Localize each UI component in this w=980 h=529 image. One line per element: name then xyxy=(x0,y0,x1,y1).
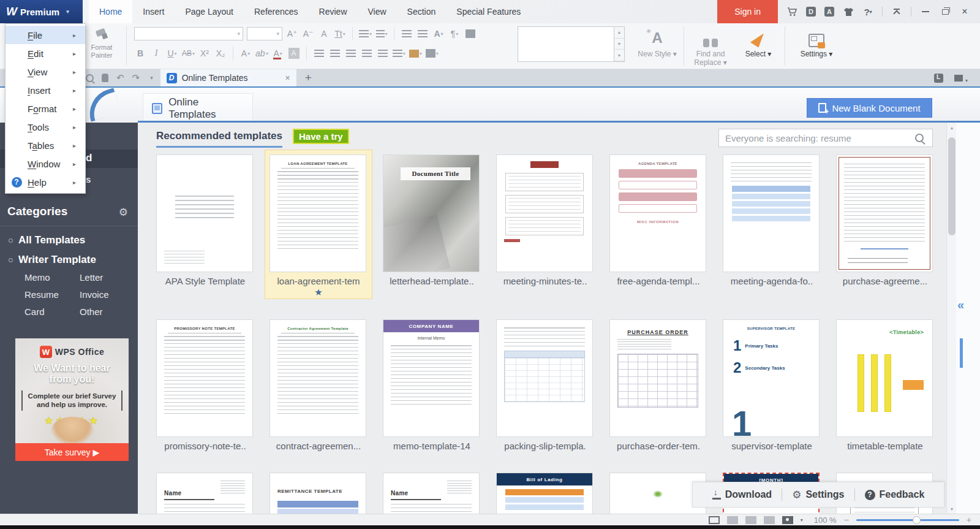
decrease-indent-button[interactable] xyxy=(401,27,413,40)
minimize-icon[interactable] xyxy=(920,6,931,17)
template-card[interactable]: Name xyxy=(151,468,259,514)
switch-window-icon[interactable] xyxy=(954,75,963,82)
tab-view[interactable]: View xyxy=(358,0,397,23)
distribute-button[interactable] xyxy=(377,47,389,60)
clear-format-button[interactable]: A xyxy=(318,27,330,40)
new-style-button[interactable]: A New Style ▾ xyxy=(633,26,681,58)
font-color-button[interactable]: A▾ xyxy=(272,47,284,60)
text-effects-button[interactable]: A▾ xyxy=(239,47,252,60)
format-painter-button[interactable]: Format Painter xyxy=(85,26,119,65)
select-button[interactable]: Select ▾ xyxy=(734,26,782,58)
template-card[interactable]: <Timetable>timetable-template xyxy=(831,314,939,452)
styles-gallery[interactable] xyxy=(518,26,614,62)
new-blank-document-button[interactable]: New Blank Document xyxy=(807,98,932,118)
menu-item-file[interactable]: File▸ xyxy=(6,26,85,44)
scroll-down-icon[interactable]: ▼ xyxy=(947,504,957,514)
link-card[interactable]: Card xyxy=(24,306,80,317)
template-card[interactable]: AGENDA TEMPLATEMISC INFORMATIONfree-agen… xyxy=(605,150,712,287)
tab-insert[interactable]: Insert xyxy=(132,0,175,23)
shopping-cart-icon[interactable] xyxy=(786,6,797,17)
undo-icon[interactable]: ↶ xyxy=(116,72,124,83)
template-card[interactable]: purchase-agreeme... xyxy=(831,150,939,287)
menu-item-format[interactable]: Format▸ xyxy=(6,99,85,118)
template-card[interactable]: Name xyxy=(378,468,486,514)
template-card[interactable]: COMPANY NAMEInternal Memomemo-template-1… xyxy=(378,314,486,452)
superscript-button[interactable]: X² xyxy=(198,47,211,60)
subscript-button[interactable]: X₂ xyxy=(214,47,227,60)
align-right-button[interactable] xyxy=(345,47,357,60)
collapse-ribbon-icon[interactable] xyxy=(891,6,902,17)
highlight-color-button[interactable]: ab▾ xyxy=(255,47,268,60)
link-invoice[interactable]: Invoice xyxy=(80,289,135,300)
search-icon[interactable] xyxy=(915,134,924,142)
scroll-up-icon[interactable]: ▲ xyxy=(614,27,624,39)
zoom-in-button[interactable]: + xyxy=(967,515,971,525)
link-memo[interactable]: Memo xyxy=(24,272,80,283)
restore-icon[interactable] xyxy=(940,6,951,17)
link-letter[interactable]: Letter xyxy=(80,272,135,283)
sign-in-button[interactable]: Sign in xyxy=(717,0,778,23)
char-shading-button[interactable]: A xyxy=(288,47,300,60)
menu-item-view[interactable]: View▸ xyxy=(6,63,85,81)
tab-review[interactable]: Review xyxy=(309,0,358,23)
web-layout-icon[interactable] xyxy=(764,516,775,524)
search-input[interactable] xyxy=(719,133,915,143)
close-icon[interactable]: × xyxy=(959,6,970,17)
template-card[interactable]: APA Style Template xyxy=(151,150,259,287)
underline-button[interactable]: U▾ xyxy=(166,47,178,60)
align-left-button[interactable] xyxy=(313,47,325,60)
menu-item-help[interactable]: ?Help▸ xyxy=(6,173,85,191)
print-preview-icon[interactable] xyxy=(86,74,94,82)
template-card[interactable]: Bill of Lading xyxy=(491,468,599,514)
increase-indent-button[interactable] xyxy=(417,27,429,40)
justify-button[interactable] xyxy=(361,47,373,60)
close-tab-icon[interactable]: × xyxy=(285,73,290,83)
tab-home[interactable]: Home xyxy=(89,0,132,23)
borders-button[interactable]: ▾ xyxy=(426,47,439,60)
numbered-list-button[interactable]: ▾ xyxy=(375,27,388,40)
menu-item-insert[interactable]: Insert▸ xyxy=(6,81,85,99)
online-templates-section-tab[interactable]: Online Templates xyxy=(143,93,253,123)
vertical-scrollbar[interactable]: ▲ ▼ xyxy=(946,123,956,514)
template-card[interactable]: LOAN AGREEMENT TEMPLATEloan-agreement-te… xyxy=(265,150,372,299)
zoom-slider-thumb[interactable] xyxy=(913,516,921,524)
sidebar-item-writer-template[interactable]: Writer Template xyxy=(9,254,96,266)
template-card[interactable]: REMITTANCE TEMPLATE xyxy=(265,468,372,514)
dictionary-icon[interactable]: A xyxy=(824,7,834,17)
sidebar-item-fragment[interactable]: s xyxy=(86,174,91,185)
template-card[interactable]: Contractor Agreement Templatecontract-ag… xyxy=(265,314,372,452)
template-card[interactable]: SUPERVISOR TEMPLATE1Primary Tasks2Second… xyxy=(718,314,826,452)
styles-gallery-scroll[interactable]: ▲ ▼ ▼ xyxy=(614,26,625,62)
template-card[interactable]: packing-slip-templa. xyxy=(491,314,599,452)
template-card[interactable]: meeting-agenda-fo.. xyxy=(718,150,826,287)
template-card[interactable]: meeting-minutes-te.. xyxy=(491,150,599,287)
align-center-button[interactable] xyxy=(329,47,341,60)
panel-handle[interactable] xyxy=(960,338,963,368)
take-survey-button[interactable]: Take survey ▶ xyxy=(15,443,129,461)
strikethrough-button[interactable]: AB▾ xyxy=(182,47,195,60)
panel-collapse-icon[interactable]: « xyxy=(957,298,964,312)
sidebar-item-fragment[interactable]: d xyxy=(86,152,92,164)
download-button[interactable]: Download xyxy=(712,489,772,500)
menu-item-edit[interactable]: Edit▸ xyxy=(6,44,85,63)
menu-item-tables[interactable]: Tables▸ xyxy=(6,136,85,154)
history-icon[interactable] xyxy=(934,74,943,83)
shrink-font-button[interactable]: A⁻ xyxy=(302,27,314,40)
bold-button[interactable]: B xyxy=(134,47,146,60)
table-grid-icon[interactable] xyxy=(464,27,477,40)
link-resume[interactable]: Resume xyxy=(24,289,80,300)
tab-special-features[interactable]: Special Features xyxy=(446,0,531,23)
zoom-out-button[interactable]: − xyxy=(844,515,849,525)
menu-item-window[interactable]: Window▸ xyxy=(6,154,85,173)
gallery-expand-icon[interactable]: ▼ xyxy=(614,50,624,61)
template-card[interactable]: PURCHASE ORDERpurchase-order-tem. xyxy=(605,314,712,452)
gear-icon[interactable]: ⚙ xyxy=(119,206,128,219)
template-card[interactable]: PROMISSORY NOTE TEMPLATEpromissory-note-… xyxy=(151,314,259,452)
zoom-slider[interactable] xyxy=(856,516,959,524)
have-a-try-badge[interactable]: Have a try xyxy=(293,129,349,144)
scrollbar-thumb[interactable] xyxy=(948,137,956,235)
redo-icon[interactable]: ↷ xyxy=(132,72,140,83)
tab-references[interactable]: References xyxy=(244,0,309,23)
grow-font-button[interactable]: A⁺ xyxy=(286,27,298,40)
app-menu-button[interactable]: W Premium ▾ xyxy=(0,0,83,23)
